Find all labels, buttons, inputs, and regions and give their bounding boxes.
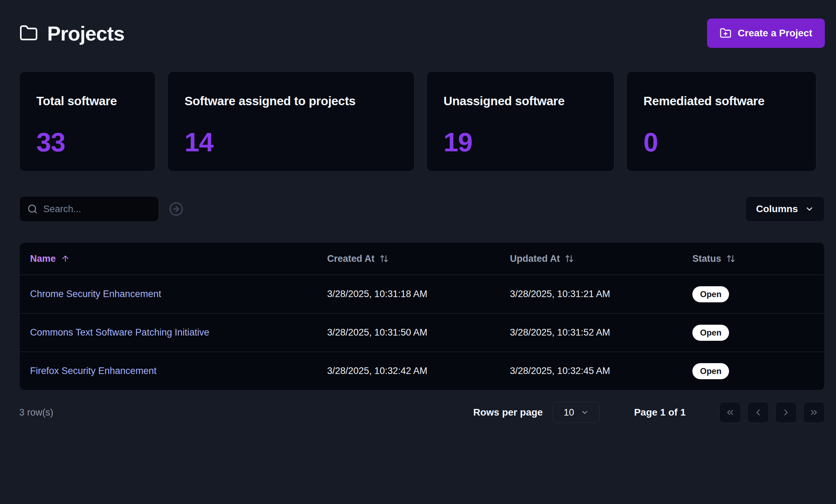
project-name-cell: Chrome Security Enhancement — [30, 289, 327, 300]
chevron-right-icon — [781, 408, 791, 417]
table-row: Commons Text Software Patching Initiativ… — [20, 313, 824, 352]
stat-label: Software assigned to projects — [185, 94, 397, 108]
first-page-button[interactable] — [719, 402, 741, 423]
chevrons-left-icon — [725, 408, 735, 417]
status-cell: Open — [692, 286, 824, 302]
last-page-button[interactable] — [803, 402, 825, 423]
project-name-cell: Commons Text Software Patching Initiativ… — [30, 327, 327, 338]
stat-value: 14 — [185, 127, 397, 157]
column-header-label: Name — [30, 253, 56, 264]
stat-label: Remediated software — [643, 94, 799, 108]
project-link[interactable]: Commons Text Software Patching Initiativ… — [30, 327, 209, 338]
arrow-up-down-icon — [380, 254, 389, 263]
status-badge: Open — [692, 363, 729, 379]
arrow-up-down-icon — [726, 254, 735, 263]
folder-icon — [19, 24, 38, 43]
table-row: Firefox Security Enhancement 3/28/2025, … — [20, 352, 824, 390]
created-at-cell: 3/28/2025, 10:31:18 AM — [327, 289, 510, 300]
column-header-label: Updated At — [510, 253, 560, 264]
row-count: 3 row(s) — [19, 407, 53, 418]
status-badge: Open — [692, 286, 729, 302]
column-header-label: Created At — [327, 253, 375, 264]
arrow-up-down-icon — [565, 254, 574, 263]
stat-value: 33 — [36, 127, 138, 157]
arrow-right-circle-icon — [169, 202, 183, 216]
updated-at-cell: 3/28/2025, 10:31:21 AM — [510, 289, 692, 300]
project-link[interactable]: Firefox Security Enhancement — [30, 366, 157, 376]
table-row: Chrome Security Enhancement 3/28/2025, 1… — [20, 275, 824, 313]
page-title: Projects — [47, 22, 124, 45]
created-at-cell: 3/28/2025, 10:31:50 AM — [327, 327, 510, 338]
stat-label: Total software — [36, 94, 138, 108]
page-title-group: Projects — [19, 22, 124, 45]
column-header-status[interactable]: Status — [692, 253, 824, 264]
column-header-label: Status — [692, 253, 721, 264]
column-header-created-at[interactable]: Created At — [327, 253, 510, 264]
stat-value: 19 — [444, 127, 597, 157]
search-input[interactable] — [43, 204, 151, 215]
updated-at-cell: 3/28/2025, 10:31:52 AM — [510, 327, 692, 338]
arrow-up-icon — [61, 254, 70, 263]
stat-value: 0 — [643, 127, 799, 157]
stat-card-unassigned-software: Unassigned software 19 — [426, 71, 614, 172]
table-footer: 3 row(s) Rows per page 10 Page 1 of 1 — [19, 402, 825, 423]
create-project-button-label: Create a Project — [738, 28, 812, 39]
status-badge: Open — [692, 325, 729, 341]
updated-at-cell: 3/28/2025, 10:32:45 AM — [510, 366, 692, 376]
rows-per-page-label: Rows per page — [473, 407, 543, 418]
search-submit-button[interactable] — [169, 202, 183, 216]
chevrons-right-icon — [809, 408, 819, 417]
columns-dropdown-label: Columns — [756, 203, 798, 215]
top-bar: Projects Create a Project — [19, 17, 825, 49]
previous-page-button[interactable] — [747, 402, 769, 423]
stats-row: Total software 33 Software assigned to p… — [19, 71, 825, 172]
page-info: Page 1 of 1 — [634, 407, 686, 418]
projects-page: Projects Create a Project Total software… — [0, 0, 836, 504]
stat-card-remediated-software: Remediated software 0 — [626, 71, 816, 172]
rows-per-page-select[interactable]: 10 — [553, 402, 600, 423]
table-header-row: Name Created At Updated At Status — [20, 243, 824, 275]
status-cell: Open — [692, 363, 824, 379]
pager-buttons — [719, 402, 825, 423]
folder-plus-icon — [720, 27, 732, 39]
status-cell: Open — [692, 325, 824, 341]
stat-card-total-software: Total software 33 — [19, 71, 156, 172]
project-name-cell: Firefox Security Enhancement — [30, 366, 327, 376]
rows-per-page-value: 10 — [564, 407, 574, 418]
stat-label: Unassigned software — [444, 94, 597, 108]
projects-table: Name Created At Updated At Status — [19, 242, 825, 390]
chevron-left-icon — [753, 408, 763, 417]
column-header-updated-at[interactable]: Updated At — [510, 253, 692, 264]
chevron-down-icon — [581, 408, 589, 417]
created-at-cell: 3/28/2025, 10:32:42 AM — [327, 366, 510, 376]
table-toolbar: Columns — [19, 196, 825, 222]
column-header-name[interactable]: Name — [30, 253, 327, 264]
search-icon — [27, 204, 38, 214]
next-page-button[interactable] — [775, 402, 797, 423]
pagination-controls: Rows per page 10 Page 1 of 1 — [473, 402, 825, 423]
create-project-button[interactable]: Create a Project — [707, 19, 825, 48]
project-link[interactable]: Chrome Security Enhancement — [30, 289, 161, 299]
search-box — [19, 196, 159, 222]
columns-dropdown-button[interactable]: Columns — [745, 196, 825, 222]
chevron-down-icon — [805, 204, 814, 214]
stat-card-assigned-software: Software assigned to projects 14 — [167, 71, 415, 172]
table-body: Chrome Security Enhancement 3/28/2025, 1… — [20, 275, 824, 390]
